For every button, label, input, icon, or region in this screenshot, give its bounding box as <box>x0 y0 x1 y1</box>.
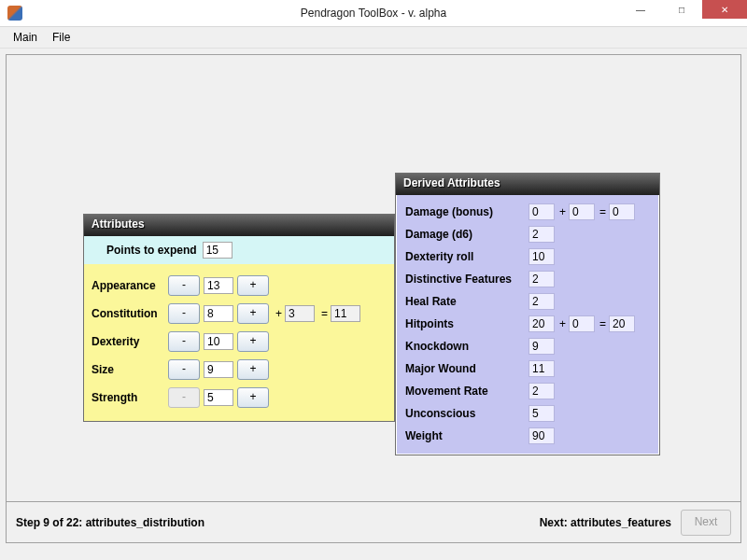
derived-name: Knockdown <box>405 340 529 353</box>
content-frame: Attributes Points to expend 15 Appearanc… <box>6 54 741 543</box>
derived-total: 20 <box>609 315 635 332</box>
attr-row-size: Size - 9 + <box>92 356 387 384</box>
attr-value[interactable]: 8 <box>204 305 233 322</box>
attr-total: 11 <box>331 305 360 322</box>
attributes-panel: Attributes Points to expend 15 Appearanc… <box>83 214 395 422</box>
derived-value: 0 <box>529 203 555 220</box>
plus-button[interactable]: + <box>237 387 269 408</box>
points-label: Points to expend <box>106 244 197 257</box>
derived-value: 10 <box>529 248 555 265</box>
derived-row: Damage (bonus)0+0=0 <box>405 201 650 223</box>
attr-name: Strength <box>92 391 168 404</box>
derived-value: 2 <box>529 293 555 310</box>
derived-bonus: 0 <box>569 315 595 332</box>
derived-row: Heal Rate2 <box>405 290 650 313</box>
derived-name: Weight <box>405 429 529 442</box>
derived-value: 2 <box>529 383 555 399</box>
derived-name: Dexterity roll <box>405 250 529 263</box>
derived-row: Hitpoints20+0=20 <box>405 313 650 335</box>
minus-button[interactable]: - <box>168 331 200 352</box>
attr-value[interactable]: 10 <box>204 333 233 350</box>
minus-button[interactable]: - <box>168 303 200 324</box>
plus-sign: + <box>559 205 566 218</box>
derived-name: Unconscious <box>405 407 529 420</box>
attr-row-constitution: Constitution - 8 + + 3 = 11 <box>92 300 387 328</box>
attr-value[interactable]: 9 <box>204 361 233 378</box>
minus-button: - <box>168 387 200 408</box>
plus-sign: + <box>559 317 566 330</box>
derived-bonus: 0 <box>569 203 595 220</box>
derived-row: Dexterity roll10 <box>405 245 650 268</box>
attributes-body: Appearance - 13 + Constitution - 8 + + 3… <box>84 264 394 421</box>
derived-name: Major Wound <box>405 362 529 375</box>
derived-name: Heal Rate <box>405 295 529 308</box>
next-label: Next: attributes_features <box>540 516 671 529</box>
derived-value: 2 <box>529 271 555 287</box>
derived-panel-title: Derived Attributes <box>396 174 659 195</box>
attr-row-appearance: Appearance - 13 + <box>92 272 387 300</box>
equals-sign: = <box>599 317 606 330</box>
plus-button[interactable]: + <box>237 359 269 380</box>
derived-body: Damage (bonus)0+0=0Damage (d6)2Dexterity… <box>396 195 659 455</box>
plus-button[interactable]: + <box>237 303 269 324</box>
title-bar: Pendragon ToolBox - v. alpha — □ ✕ <box>0 0 747 27</box>
menu-main[interactable]: Main <box>6 29 45 46</box>
derived-value: 90 <box>529 427 555 444</box>
minus-button[interactable]: - <box>168 275 200 296</box>
attr-name: Size <box>92 363 168 376</box>
derived-row: Knockdown9 <box>405 335 650 357</box>
footer-bar: Step 9 of 22: attributes_distribution Ne… <box>7 501 740 542</box>
derived-value: 20 <box>529 315 555 332</box>
step-indicator: Step 9 of 22: attributes_distribution <box>16 516 204 529</box>
derived-name: Hitpoints <box>405 317 529 330</box>
derived-panel: Derived Attributes Damage (bonus)0+0=0Da… <box>395 173 660 455</box>
derived-name: Distinctive Features <box>405 273 529 286</box>
derived-row: Weight90 <box>405 425 650 447</box>
plus-button[interactable]: + <box>237 275 269 296</box>
menu-bar: Main File <box>0 27 747 49</box>
attr-name: Dexterity <box>92 335 168 348</box>
points-row: Points to expend 15 <box>84 236 394 264</box>
minus-button[interactable]: - <box>168 359 200 380</box>
derived-value: 5 <box>529 405 555 422</box>
attr-name: Constitution <box>92 307 168 320</box>
menu-file[interactable]: File <box>45 29 78 46</box>
equals-sign: = <box>321 307 328 320</box>
derived-row: Unconscious5 <box>405 402 650 425</box>
plus-sign: + <box>275 307 282 320</box>
derived-row: Distinctive Features2 <box>405 268 650 290</box>
derived-row: Damage (d6)2 <box>405 223 650 245</box>
derived-name: Movement Rate <box>405 385 529 398</box>
derived-name: Damage (d6) <box>405 228 529 241</box>
plus-button[interactable]: + <box>237 331 269 352</box>
attr-name: Appearance <box>92 279 168 292</box>
points-value: 15 <box>203 242 233 259</box>
close-button[interactable]: ✕ <box>702 0 747 19</box>
equals-sign: = <box>599 205 606 218</box>
derived-value: 2 <box>529 226 555 243</box>
minimize-button[interactable]: — <box>620 0 661 19</box>
derived-row: Major Wound11 <box>405 357 650 380</box>
window-controls: — □ ✕ <box>620 0 747 19</box>
attr-bonus: 3 <box>285 305 315 322</box>
canvas: Attributes Points to expend 15 Appearanc… <box>7 55 740 496</box>
derived-total: 0 <box>609 203 635 220</box>
derived-value: 9 <box>529 338 555 355</box>
derived-name: Damage (bonus) <box>405 205 529 218</box>
attr-row-strength: Strength - 5 + <box>92 384 387 412</box>
next-button[interactable]: Next <box>681 510 731 536</box>
java-icon <box>7 6 22 21</box>
derived-value: 11 <box>529 360 555 377</box>
attributes-panel-title: Attributes <box>84 215 394 236</box>
maximize-button[interactable]: □ <box>661 0 702 19</box>
attr-value[interactable]: 5 <box>204 389 233 406</box>
attr-value[interactable]: 13 <box>204 277 233 294</box>
derived-row: Movement Rate2 <box>405 380 650 402</box>
attr-row-dexterity: Dexterity - 10 + <box>92 328 387 356</box>
